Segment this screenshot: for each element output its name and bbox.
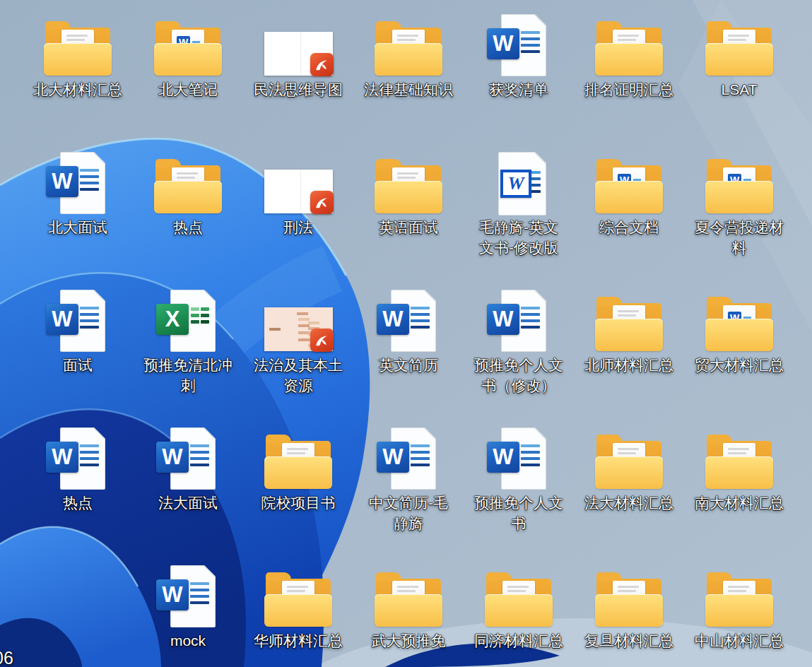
icon-label: 英语面试 (355, 217, 461, 237)
folder-icon (375, 19, 442, 76)
desktop-icon[interactable]: W毛静旖-英文文书-修改版 (466, 148, 572, 258)
desktop-icon[interactable]: W热点 (25, 424, 131, 513)
icon-label: 法大材料汇总 (576, 492, 682, 513)
word-badge-icon: W (487, 442, 519, 473)
icon-label: 热点 (135, 217, 241, 237)
folder-icon (705, 432, 773, 489)
word-badge-icon: W (46, 166, 78, 197)
page-fold-icon (424, 428, 435, 439)
word-badge-icon: W (487, 28, 519, 59)
icon-label: 武大预推免 (355, 630, 461, 651)
desktop-icon[interactable]: LSAT (686, 11, 792, 100)
desktop-icon[interactable]: 同济材料汇总 (466, 562, 572, 651)
desktop-icon[interactable]: 英语面试 (355, 148, 461, 237)
icon-label: 中文简历-毛静旖 (355, 492, 461, 533)
folder-icon (375, 570, 442, 627)
desktop-icon[interactable]: W法大面试 (135, 424, 241, 513)
word-file-icon: W (156, 427, 220, 489)
folder-icon (595, 295, 663, 351)
desktop-icon[interactable]: 北师材料汇总 (576, 286, 682, 375)
desktop-icon[interactable]: W北大笔记 (135, 11, 241, 100)
folder-icon: W (705, 157, 773, 213)
icon-label: 北大面试 (25, 217, 131, 237)
word-file-icon: W (377, 427, 440, 489)
desktop-icon[interactable]: 法律基础知识 (355, 11, 461, 100)
icon-label: 排名证明汇总 (576, 79, 682, 100)
folder-icon (595, 432, 663, 489)
desktop-icon[interactable]: 复旦材料汇总 (576, 562, 682, 651)
icon-label: 预推免个人文书（修改） (466, 355, 572, 396)
icon-label: 毛静旖-英文文书-修改版 (466, 217, 572, 258)
word-badge-icon: W (487, 304, 519, 335)
desktop-icon-grid: 北大材料汇总W北大笔记民法思维导图法律基础知识W获奖清单排名证明汇总LSATW北… (0, 0, 812, 667)
desktop-icon[interactable]: 法大材料汇总 (576, 424, 682, 513)
icon-label: 热点 (25, 492, 131, 513)
desktop-icon[interactable]: 法治及其本土资源 (245, 286, 351, 396)
word-badge-icon: W (46, 304, 78, 335)
folder-icon: W (595, 157, 663, 213)
desktop-icon[interactable]: W北大面试 (25, 148, 131, 237)
page-fold-icon (93, 290, 105, 302)
icon-label: 法大面试 (135, 492, 241, 513)
desktop-icon[interactable]: W中文简历-毛静旖 (355, 424, 461, 533)
word-file-icon: W (377, 289, 440, 351)
folder-icon (154, 157, 222, 213)
desktop-icon[interactable]: Wmock (135, 562, 241, 651)
desktop-icon[interactable]: 民法思维导图 (245, 11, 351, 100)
desktop-icon[interactable]: W贸大材料汇总 (686, 286, 792, 375)
word-file-icon: W (487, 289, 551, 351)
icon-label: 夏令营投递材料 (686, 217, 792, 258)
desktop-icon[interactable]: 院校项目书 (245, 424, 351, 513)
page-fold-icon (93, 428, 105, 439)
image-thumbnail (264, 32, 333, 76)
cutoff-icon-label: 06 (0, 648, 13, 667)
icon-label: 获奖清单 (466, 79, 572, 100)
mindmap-app-badge-icon (310, 53, 334, 76)
desktop-icon[interactable]: X预推免清北冲刺 (135, 286, 241, 396)
desktop: 北大材料汇总W北大笔记民法思维导图法律基础知识W获奖清单排名证明汇总LSATW北… (0, 0, 812, 667)
desktop-icon[interactable]: W获奖清单 (466, 11, 572, 100)
word-badge-icon: W (377, 442, 409, 473)
desktop-icon[interactable]: 武大预推免 (355, 562, 461, 651)
icon-label: 法律基础知识 (355, 79, 461, 100)
desktop-icon[interactable]: W综合文档 (576, 148, 682, 237)
desktop-icon[interactable]: 北大材料汇总 (25, 11, 131, 100)
word-file-icon: W (487, 427, 551, 489)
page-fold-icon (93, 153, 105, 164)
mindmap-app-badge-icon (310, 191, 334, 214)
folder-icon (485, 570, 553, 627)
desktop-icon[interactable]: W面试 (25, 286, 131, 375)
swirl-glyph (314, 57, 329, 73)
icon-label: 法治及其本土资源 (245, 355, 351, 396)
desktop-icon[interactable]: W预推免个人文书（修改） (466, 286, 572, 396)
folder-icon (44, 19, 112, 76)
desktop-icon[interactable]: 刑法 (245, 148, 351, 237)
folder-icon (375, 157, 442, 213)
desktop-icon[interactable]: 排名证明汇总 (576, 11, 682, 100)
word-classic-file-icon: W (487, 151, 551, 213)
folder-icon: W (154, 19, 222, 76)
word-file-icon: W (46, 289, 110, 351)
mindmap-app-badge-icon (310, 329, 334, 352)
desktop-icon[interactable]: 华师材料汇总 (245, 562, 351, 651)
page-fold-icon (534, 153, 546, 164)
desktop-icon[interactable]: W预推免个人文书 (466, 424, 572, 533)
desktop-icon[interactable]: 中山材料汇总 (686, 562, 792, 651)
icon-label: 北大笔记 (135, 79, 241, 100)
desktop-icon[interactable]: W英文简历 (355, 286, 461, 375)
icon-label: 预推免清北冲刺 (135, 355, 241, 396)
word-file-icon: W (46, 151, 110, 213)
icon-label: 复旦材料汇总 (576, 630, 682, 651)
icon-label: 中山材料汇总 (686, 630, 792, 651)
folder-icon (705, 19, 773, 76)
swirl-glyph (314, 195, 329, 211)
folder-icon (705, 570, 773, 627)
icon-label: 贸大材料汇总 (686, 355, 792, 375)
word-file-icon: W (487, 13, 551, 76)
desktop-icon[interactable]: 南大材料汇总 (686, 424, 792, 513)
icon-label: 综合文档 (576, 217, 682, 237)
icon-label: 华师材料汇总 (245, 630, 351, 651)
desktop-icon[interactable]: W夏令营投递材料 (686, 148, 792, 258)
page-fold-icon (204, 428, 215, 439)
desktop-icon[interactable]: 热点 (135, 148, 241, 237)
